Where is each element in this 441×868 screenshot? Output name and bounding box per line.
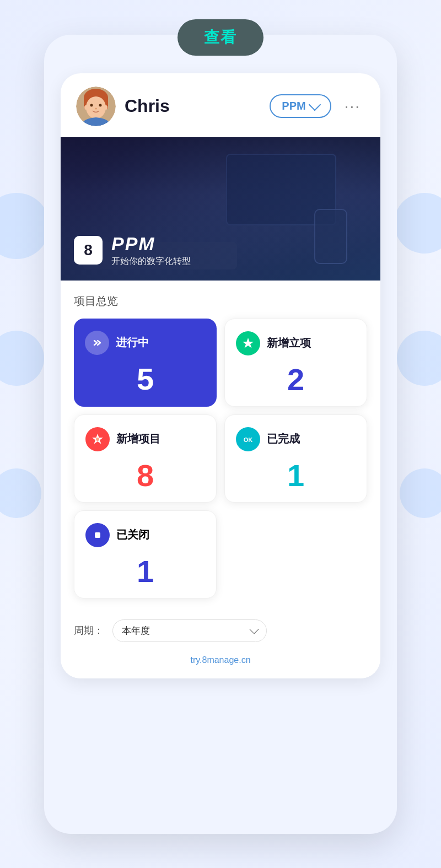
top-pill-label: 查看 (204, 29, 237, 46)
new-projects-value: 2 (236, 364, 356, 395)
main-card: Chris PPM ··· 8 PPM 开始你的数字化转型 (61, 73, 380, 678)
in-progress-label: 进行中 (116, 335, 149, 350)
section-title: 项目总览 (74, 294, 367, 309)
top-pill-button[interactable]: 查看 (178, 19, 263, 56)
closed-label: 已关闭 (116, 527, 149, 542)
banner: 8 PPM 开始你的数字化转型 (61, 137, 380, 281)
avatar (76, 87, 116, 126)
bg-decoration (397, 331, 441, 386)
added-items-value: 8 (85, 460, 205, 491)
stat-header: 已关闭 (85, 523, 205, 547)
svg-point-4 (90, 104, 93, 106)
period-value: 本年度 (122, 624, 150, 637)
more-button[interactable]: ··· (340, 98, 365, 115)
period-label: 周期： (74, 624, 104, 637)
period-row: 周期： 本年度 (61, 610, 380, 648)
bg-decoration (0, 468, 41, 518)
footer-link[interactable]: try.8manage.cn (61, 648, 380, 678)
svg-point-9 (96, 438, 99, 441)
new-projects-icon (236, 331, 260, 355)
stats-section: 项目总览 进行中 5 (61, 281, 380, 610)
stat-header: 进行中 (85, 331, 206, 355)
added-items-label: 新增项目 (116, 432, 160, 446)
in-progress-value: 5 (85, 364, 206, 395)
stats-grid: 进行中 5 新增立项 2 (74, 319, 367, 503)
header-row: Chris PPM ··· (61, 73, 380, 137)
in-progress-icon (85, 331, 109, 355)
bg-decoration (0, 193, 50, 259)
svg-point-7 (84, 105, 88, 110)
stat-card-new-projects[interactable]: 新增立项 2 (224, 319, 367, 407)
brand-text: PPM 开始你的数字化转型 (111, 233, 191, 267)
bg-decoration (400, 468, 441, 518)
svg-point-3 (86, 96, 106, 118)
ppm-dropdown[interactable]: PPM (270, 94, 331, 118)
user-name: Chris (125, 96, 261, 116)
bg-decoration (0, 331, 44, 386)
footer-link-text: try.8manage.cn (190, 655, 250, 665)
brand-tagline: 开始你的数字化转型 (111, 256, 191, 267)
completed-value: 1 (236, 460, 356, 491)
completed-label: 已完成 (267, 432, 300, 446)
chevron-down-icon (308, 99, 321, 111)
svg-point-6 (95, 107, 97, 109)
stat-header: OK 已完成 (236, 427, 356, 451)
stat-card-in-progress[interactable]: 进行中 5 (74, 319, 217, 407)
new-projects-label: 新增立项 (267, 336, 311, 351)
brand-name: PPM (111, 233, 191, 255)
stat-card-closed[interactable]: 已关闭 1 (74, 510, 217, 599)
added-items-icon (85, 427, 110, 451)
period-chevron-icon (250, 624, 259, 634)
banner-content: 8 PPM 开始你的数字化转型 (74, 233, 191, 267)
stat-card-added-items[interactable]: 新增项目 8 (74, 414, 217, 503)
svg-point-8 (104, 105, 107, 110)
phone-container: 查看 (44, 35, 397, 834)
svg-point-5 (99, 104, 102, 106)
stat-header: 新增项目 (85, 427, 205, 451)
stat-card-completed[interactable]: OK 已完成 1 (224, 414, 367, 503)
ppm-dropdown-label: PPM (282, 100, 305, 112)
period-select[interactable]: 本年度 (112, 619, 267, 642)
brand-icon: 8 (74, 236, 103, 265)
bg-decoration (394, 193, 441, 254)
stat-header: 新增立项 (236, 331, 356, 355)
completed-icon: OK (236, 427, 260, 451)
closed-icon (85, 523, 110, 547)
closed-value: 1 (85, 556, 205, 587)
svg-text:OK: OK (244, 436, 253, 443)
svg-rect-13 (95, 532, 100, 538)
brand-number: 8 (84, 241, 93, 259)
